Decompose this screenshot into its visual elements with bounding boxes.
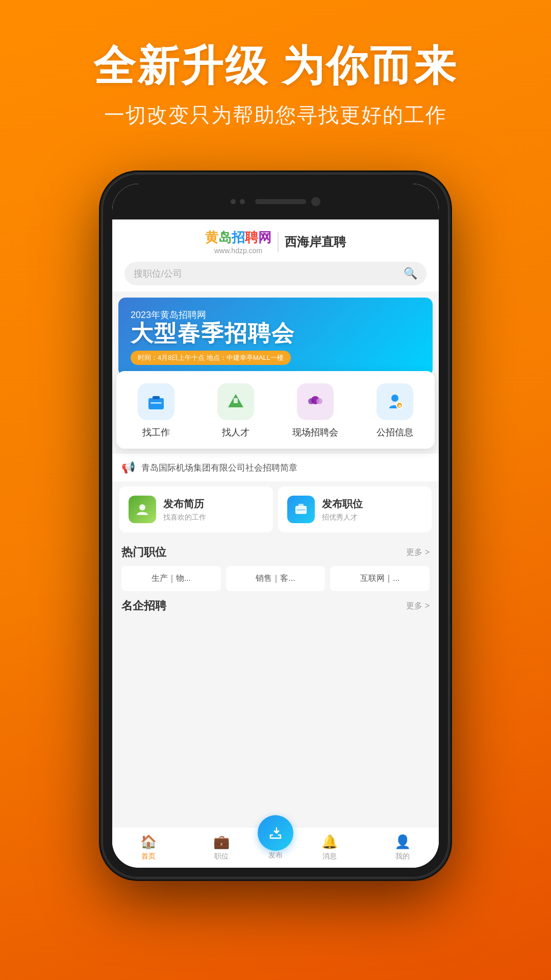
hot-tag-2[interactable]: 销售｜客... [226,566,325,591]
category-card: 找工作 找人才 [116,371,435,449]
search-bar[interactable]: 搜职位/公司 🔍 [124,262,427,285]
banner-year: 2023年黄岛招聘网 [131,309,420,321]
action-icon-resume [129,496,156,523]
nav-item-profile[interactable]: 👤 我的 [366,834,439,861]
cat-icon-info: ★ [377,383,413,420]
nav-label-jobs: 职位 [214,852,229,861]
nav-label-home: 首页 [141,852,156,861]
fab-circle [258,815,293,851]
svg-text:★: ★ [398,404,402,408]
hot-positions-section: 热门职位 更多 > 生产｜物... 销售｜客... 互联网｜... [112,537,439,591]
hero-subtitle: 一切改变只为帮助您寻找更好的工作 [0,101,551,129]
action-sub-job: 招优秀人才 [322,513,363,522]
app-content: 黄 岛 招 聘 网 www.hdzp.com 西海岸直聘 搜职位/公司 [112,219,439,868]
cat-icon-work [138,383,174,420]
logo-char-5: 网 [258,229,271,247]
svg-point-11 [139,504,145,510]
nav-icon-jobs: 💼 [213,834,230,850]
notch-dot-1 [231,199,236,204]
svg-rect-2 [151,402,162,404]
action-title-job: 发布职位 [322,497,363,511]
hot-positions-more[interactable]: 更多 > [406,547,430,558]
cat-item-info[interactable]: ★ 公招信息 [355,383,435,438]
cat-label-info: 公招信息 [377,426,413,438]
cat-item-talent[interactable]: 找人才 [196,383,276,438]
famous-more[interactable]: 更多 > [406,601,430,611]
app-logo-name: 黄 岛 招 聘 网 [205,229,271,247]
hot-tag-3[interactable]: 互联网｜... [330,566,430,591]
nav-label-messages: 消息 [322,852,337,861]
phone-notch [112,184,439,219]
svg-point-6 [308,398,314,404]
cat-label-fair: 现场招聘会 [292,426,338,438]
announcement-text: 青岛国际机场集团有限公司社会招聘简章 [141,462,297,474]
action-card-job[interactable]: 发布职位 招优秀人才 [278,486,432,532]
nav-item-jobs[interactable]: 💼 职位 [185,834,258,861]
app-logo-row: 黄 岛 招 聘 网 www.hdzp.com 西海岸直聘 [124,229,427,255]
svg-point-7 [316,398,322,404]
notch-speaker [255,199,306,204]
nav-icon-messages: 🔔 [321,834,338,850]
action-info-job: 发布职位 招优秀人才 [322,497,363,522]
announcement: 📢 青岛国际机场集团有限公司社会招聘简章 [112,454,439,481]
nav-item-home[interactable]: 🏠 首页 [112,834,185,861]
action-title-resume: 发布简历 [163,497,206,511]
action-card-resume[interactable]: 发布简历 找喜欢的工作 [119,486,273,532]
phone-screen: 黄 岛 招 聘 网 www.hdzp.com 西海岸直聘 搜职位/公司 [112,184,439,868]
cat-icon-talent [217,383,254,420]
hot-positions-header: 热门职位 更多 > [121,545,430,560]
nav-icon-profile: 👤 [394,834,411,850]
phone-shell: 黄 岛 招 聘 网 www.hdzp.com 西海岸直聘 搜职位/公司 [102,174,449,878]
notch-dot-2 [240,199,245,204]
logo-char-4: 聘 [245,229,258,247]
cat-label-talent: 找人才 [222,426,249,438]
notch-camera [311,197,320,206]
cat-label-work: 找工作 [142,426,170,438]
banner-sub: 时间：4月8日上午十点 地点：中建幸亭MALL一楼 [131,351,291,365]
svg-rect-14 [296,509,306,510]
logo-char-1: 黄 [205,229,218,247]
app-logo-left: 黄 岛 招 聘 网 www.hdzp.com [205,229,271,255]
cat-icon-fair [297,383,334,420]
nav-label-profile: 我的 [395,852,410,861]
logo-char-2: 岛 [218,229,232,247]
search-icon: 🔍 [404,267,417,280]
svg-rect-1 [153,396,160,399]
nav-item-messages[interactable]: 🔔 消息 [293,834,366,861]
action-icon-job [287,496,315,523]
app-logo-url: www.hdzp.com [214,247,262,255]
nav-fab-publish[interactable]: 发布 [258,815,293,860]
famous-title: 名企招聘 [121,598,166,614]
svg-rect-13 [298,504,304,506]
famous-header: 名企招聘 更多 > [121,598,430,614]
nav-label-publish: 发布 [268,851,283,860]
cat-item-fair[interactable]: 现场招聘会 [276,383,355,438]
action-row: 发布简历 找喜欢的工作 发布职位 [112,481,439,537]
app-logo-tagline: 西海岸直聘 [285,234,346,250]
hero-section: 全新升级 为你而来 一切改变只为帮助您寻找更好的工作 [0,41,551,129]
cat-item-work[interactable]: 找工作 [116,383,196,438]
svg-rect-4 [234,398,238,403]
action-sub-resume: 找喜欢的工作 [163,513,206,522]
app-banner[interactable]: 2023年黄岛招聘网 大型春季招聘会 时间：4月8日上午十点 地点：中建幸亭MA… [118,298,433,376]
famous-section: 名企招聘 更多 > [112,591,439,614]
notch-sensors [231,199,245,204]
action-info-resume: 发布简历 找喜欢的工作 [163,497,206,522]
hot-positions-title: 热门职位 [121,545,166,560]
hero-title: 全新升级 为你而来 [0,41,551,91]
svg-point-8 [391,395,398,402]
logo-divider [278,232,279,252]
phone-mockup: 黄 岛 招 聘 网 www.hdzp.com 西海岸直聘 搜职位/公司 [102,174,449,878]
bottom-nav: 🏠 首页 💼 职位 发布 [112,827,439,868]
hot-tag-1[interactable]: 生产｜物... [121,566,221,591]
nav-icon-home: 🏠 [140,834,157,850]
search-placeholder: 搜职位/公司 [134,267,398,280]
hot-positions-tags: 生产｜物... 销售｜客... 互联网｜... [121,566,430,591]
app-header: 黄 岛 招 聘 网 www.hdzp.com 西海岸直聘 搜职位/公司 [112,219,439,291]
logo-char-3: 招 [232,229,245,247]
announcement-icon: 📢 [121,461,135,474]
banner-main: 大型春季招聘会 [131,321,420,346]
